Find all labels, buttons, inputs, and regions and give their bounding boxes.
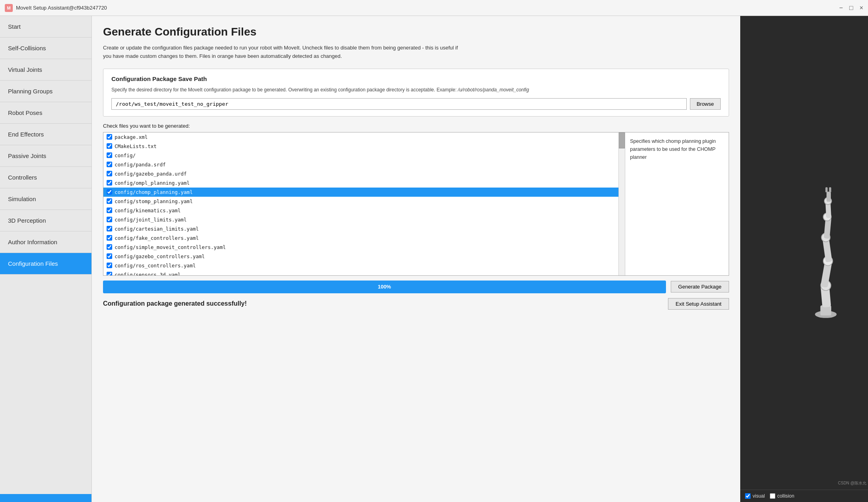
page-title: Generate Configuration Files [103, 26, 729, 38]
file-name-label: config/ros_controllers.yaml [115, 263, 196, 269]
file-list-item[interactable]: config/ompl_planning.yaml [103, 178, 618, 188]
file-checkbox[interactable] [107, 235, 112, 241]
collision-checkbox[interactable] [770, 493, 775, 499]
generate-package-button[interactable]: Generate Package [671, 281, 729, 293]
file-name-label: config/panda.srdf [115, 162, 166, 168]
file-checkbox[interactable] [107, 253, 112, 259]
app-icon: M [5, 4, 13, 12]
file-checkbox[interactable] [107, 208, 112, 213]
files-container: package.xmlCMakeLists.txtconfig/config/p… [103, 132, 729, 276]
file-list-item[interactable]: config/cartesian_limits.yaml [103, 224, 618, 233]
file-checkbox[interactable] [107, 162, 112, 167]
file-list-item[interactable]: CMakeLists.txt [103, 142, 618, 151]
collision-control: collision [770, 493, 795, 499]
sidebar-item-controllers[interactable]: Controllers [0, 167, 91, 188]
file-list-item[interactable]: config/sensors_3d.yaml [103, 270, 618, 275]
sidebar-item-end-effectors[interactable]: End Effectors [0, 124, 91, 145]
file-checkbox[interactable] [107, 134, 112, 140]
file-list-item[interactable]: config/gazebo_panda.urdf [103, 169, 618, 178]
sidebar-item-simulation[interactable]: Simulation [0, 188, 91, 210]
file-list-item[interactable]: config/fake_controllers.yaml [103, 233, 618, 243]
file-checkbox[interactable] [107, 143, 112, 149]
scrollbar-thumb[interactable] [619, 132, 625, 148]
page-description: Create or update the configuration files… [103, 44, 462, 61]
file-list-wrapper: package.xmlCMakeLists.txtconfig/config/p… [103, 132, 618, 275]
file-list: package.xmlCMakeLists.txtconfig/config/p… [103, 132, 618, 275]
sidebar-bottom-bar [0, 494, 91, 502]
main-layout: Start Self-Collisions Virtual Joints Pla… [0, 16, 868, 502]
visual-label: visual [753, 493, 765, 499]
browse-button[interactable]: Browse [690, 98, 721, 110]
file-list-item[interactable]: config/simple_moveit_controllers.yaml [103, 243, 618, 252]
file-list-item[interactable]: config/joint_limits.yaml [103, 215, 618, 224]
file-checkbox[interactable] [107, 244, 112, 250]
file-list-item[interactable]: config/kinematics.yaml [103, 206, 618, 215]
progress-label: 100% [378, 284, 391, 290]
collision-label: collision [777, 493, 795, 499]
file-list-item[interactable]: package.xml [103, 132, 618, 142]
file-name-label: config/sensors_3d.yaml [115, 272, 181, 275]
file-name-label: config/gazebo_controllers.yaml [115, 253, 205, 259]
sidebar-item-author-information[interactable]: Author Information [0, 231, 91, 253]
file-checkbox[interactable] [107, 171, 112, 176]
file-name-label: config/stomp_planning.yaml [115, 198, 193, 204]
exit-setup-assistant-button[interactable]: Exit Setup Assistant [668, 298, 729, 310]
file-checkbox[interactable] [107, 198, 112, 204]
content-main: Generate Configuration Files Create or u… [92, 16, 740, 502]
robot-canvas [740, 16, 868, 490]
file-name-label: config/chomp_planning.yaml [115, 189, 193, 195]
app-title: MoveIt Setup Assistant@cf943b247720 [16, 5, 107, 11]
file-checkbox[interactable] [107, 180, 112, 186]
file-checkbox[interactable] [107, 226, 112, 231]
sidebar-item-robot-poses[interactable]: Robot Poses [0, 102, 91, 124]
robot-controls: visual collision [740, 490, 868, 502]
file-list-item[interactable]: config/chomp_planning.yaml [103, 188, 618, 197]
file-checkbox[interactable] [107, 263, 112, 268]
path-input[interactable] [111, 98, 687, 110]
progress-row: 100% Generate Package [103, 281, 729, 293]
file-name-label: config/gazebo_panda.urdf [115, 171, 187, 177]
scrollbar-track[interactable] [618, 132, 625, 275]
file-checkbox[interactable] [107, 217, 112, 222]
path-row: Browse [111, 98, 721, 110]
success-text: Configuration package generated successf… [103, 300, 247, 307]
robot-svg [748, 177, 860, 329]
sidebar-item-self-collisions[interactable]: Self-Collisions [0, 38, 91, 59]
file-list-item[interactable]: config/ros_controllers.yaml [103, 261, 618, 270]
title-bar-left: M MoveIt Setup Assistant@cf943b247720 [5, 4, 107, 12]
visual-checkbox[interactable] [745, 493, 751, 499]
svg-rect-13 [825, 187, 827, 192]
sidebar-item-configuration-files[interactable]: Configuration Files [0, 253, 91, 275]
sidebar: Start Self-Collisions Virtual Joints Pla… [0, 16, 92, 502]
config-save-path-desc: Specify the desired directory for the Mo… [111, 86, 721, 93]
file-checkbox[interactable] [107, 189, 112, 195]
sidebar-item-start[interactable]: Start [0, 16, 91, 38]
sidebar-item-virtual-joints[interactable]: Virtual Joints [0, 59, 91, 81]
success-row: Configuration package generated successf… [103, 298, 729, 310]
file-list-item[interactable]: config/panda.srdf [103, 160, 618, 169]
progress-bar: 100% [103, 281, 666, 293]
file-checkbox[interactable] [107, 272, 112, 275]
close-button[interactable]: × [860, 4, 863, 12]
svg-rect-12 [826, 192, 831, 202]
file-name-label: config/ [115, 152, 136, 158]
file-name-label: config/ompl_planning.yaml [115, 180, 190, 186]
file-list-item[interactable]: config/stomp_planning.yaml [103, 197, 618, 206]
file-list-item[interactable]: config/ [103, 151, 618, 160]
sidebar-item-passive-joints[interactable]: Passive Joints [0, 145, 91, 167]
sidebar-item-3d-perception[interactable]: 3D Perception [0, 210, 91, 231]
svg-rect-14 [829, 187, 831, 192]
file-name-label: config/simple_moveit_controllers.yaml [115, 244, 226, 250]
watermark: CSDN @陈水允 [838, 480, 866, 486]
file-name-label: config/joint_limits.yaml [115, 217, 187, 223]
file-list-item[interactable]: config/gazebo_controllers.yaml [103, 252, 618, 261]
robot-panel: visual collision CSDN @陈水允 [740, 16, 868, 502]
maximize-button[interactable]: □ [849, 4, 853, 12]
content-area: Generate Configuration Files Create or u… [92, 16, 740, 502]
config-save-path-title: Configuration Package Save Path [111, 75, 721, 82]
minimize-button[interactable]: − [839, 4, 843, 12]
file-checkbox[interactable] [107, 152, 112, 158]
file-name-label: config/fake_controllers.yaml [115, 235, 199, 241]
sidebar-item-planning-groups[interactable]: Planning Groups [0, 81, 91, 102]
visual-control: visual [745, 493, 765, 499]
